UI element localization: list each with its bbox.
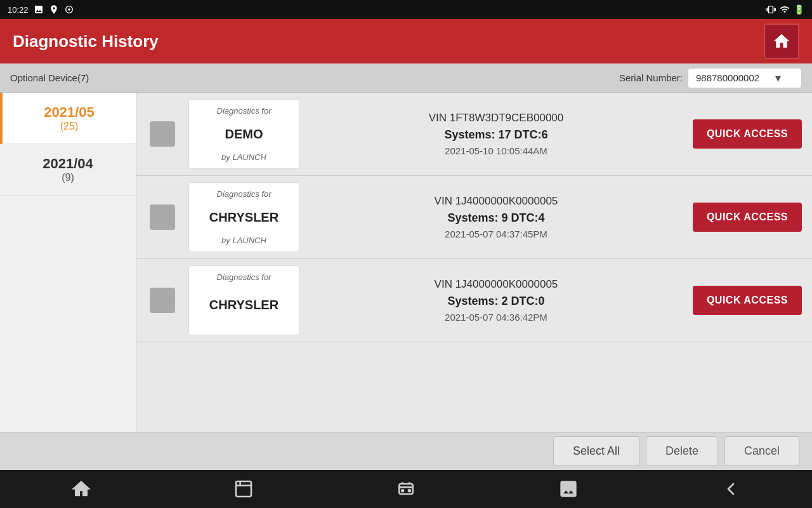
diag-card-0: Diagnostics for DEMO by LAUNCH <box>188 99 299 169</box>
page-title: Diagnostic History <box>13 32 159 51</box>
diag-by-1: by LAUNCH <box>221 236 266 245</box>
nav-gallery-icon <box>558 479 579 499</box>
sidebar-year-1: 2021/04 <box>10 156 126 172</box>
sidebar-item-2021-05[interactable]: 2021/05 (25) <box>0 93 136 144</box>
systems-1: Systems: 9 DTC:4 <box>447 211 544 225</box>
checkbox-0[interactable] <box>150 121 175 147</box>
nav-gallery[interactable] <box>546 474 591 504</box>
svg-rect-1 <box>236 481 251 497</box>
vin-2: VIN 1J4000000K0000005 <box>435 278 558 291</box>
chevron-down-icon: ▾ <box>775 71 781 85</box>
status-bar: 10:22 🔋 <box>0 0 812 19</box>
diag-card-2: Diagnostics for CHRYSLER <box>188 265 299 335</box>
table-row: Diagnostics for CHRYSLER by LAUNCH VIN 1… <box>136 176 812 259</box>
main-content: 2021/05 (25) 2021/04 (9) Diagnostics for… <box>0 93 812 432</box>
serial-value: 988780000002 <box>696 72 759 83</box>
nav-home[interactable] <box>58 474 104 504</box>
nfc-icon <box>64 4 74 15</box>
quick-access-button-0[interactable]: QUICK ACCESS <box>693 119 802 149</box>
diag-card-1: Diagnostics for CHRYSLER by LAUNCH <box>188 182 299 252</box>
record-info-1: VIN 1J4000000K0000005 Systems: 9 DTC:4 2… <box>310 195 683 239</box>
sidebar-count-0: (25) <box>13 121 126 132</box>
sidebar-year-0: 2021/05 <box>13 104 126 121</box>
date-1: 2021-05-07 04:37:45PM <box>445 229 547 239</box>
sidebar-item-2021-04[interactable]: 2021/04 (9) <box>0 144 136 196</box>
device-label: Optional Device(7) <box>10 72 89 83</box>
diag-name-0: DEMO <box>225 127 263 142</box>
records-list: Diagnostics for DEMO by LAUNCH VIN 1FT8W… <box>136 93 812 432</box>
serial-container: Serial Number: 988780000002 ▾ <box>619 68 802 88</box>
diag-for-label-1: Diagnostics for <box>217 189 272 199</box>
nav-back[interactable] <box>708 474 754 504</box>
table-row: Diagnostics for CHRYSLER VIN 1J4000000K0… <box>136 259 812 342</box>
wifi-icon <box>780 4 790 15</box>
serial-dropdown[interactable]: 988780000002 ▾ <box>688 68 802 88</box>
cancel-button[interactable]: Cancel <box>724 436 799 466</box>
table-row: Diagnostics for DEMO by LAUNCH VIN 1FT8W… <box>136 93 812 176</box>
svg-rect-2 <box>399 484 412 494</box>
photo-icon <box>34 4 44 15</box>
systems-2: Systems: 2 DTC:0 <box>447 295 544 308</box>
header: Diagnostic History <box>0 19 812 64</box>
nav-files-icon <box>233 479 254 499</box>
nav-back-icon <box>721 479 741 499</box>
bottom-nav <box>0 470 812 508</box>
systems-0: Systems: 17 DTC:6 <box>444 128 547 142</box>
diag-for-label-0: Diagnostics for <box>217 106 272 116</box>
checkbox-1[interactable] <box>150 204 175 230</box>
battery-icon: 🔋 <box>794 4 804 15</box>
quick-access-button-1[interactable]: QUICK ACCESS <box>693 203 802 232</box>
status-time: 10:22 <box>8 5 29 15</box>
home-button[interactable] <box>764 23 799 59</box>
diag-name-2: CHRYSLER <box>209 298 278 312</box>
delete-button[interactable]: Delete <box>646 436 718 466</box>
sub-header: Optional Device(7) Serial Number: 988780… <box>0 64 812 93</box>
checkbox-2[interactable] <box>150 288 175 313</box>
nav-files[interactable] <box>221 474 266 504</box>
quick-access-button-2[interactable]: QUICK ACCESS <box>693 286 802 315</box>
select-all-button[interactable]: Select All <box>553 436 639 466</box>
nav-home-icon <box>71 479 91 499</box>
status-right: 🔋 <box>766 4 804 15</box>
nav-vci-icon <box>396 479 416 499</box>
action-bar: Select All Delete Cancel <box>0 432 812 470</box>
home-icon <box>772 32 791 51</box>
date-2: 2021-05-07 04:36:42PM <box>445 312 547 323</box>
diag-for-label-2: Diagnostics for <box>217 272 272 282</box>
checkbox-area-2 <box>147 288 178 313</box>
checkbox-area-0 <box>147 121 178 147</box>
svg-point-4 <box>409 490 410 491</box>
date-0: 2021-05-10 10:05:44AM <box>445 145 547 156</box>
nav-vci[interactable] <box>383 474 429 504</box>
location-icon <box>49 4 59 15</box>
diag-by-0: by LAUNCH <box>221 152 266 162</box>
sidebar: 2021/05 (25) 2021/04 (9) <box>0 93 136 432</box>
sidebar-count-1: (9) <box>10 172 126 184</box>
status-left: 10:22 <box>8 4 74 15</box>
record-info-0: VIN 1FT8W3DT9CEB00000 Systems: 17 DTC:6 … <box>310 112 683 156</box>
svg-point-3 <box>402 490 403 491</box>
vin-0: VIN 1FT8W3DT9CEB00000 <box>429 112 564 124</box>
vibrate-icon <box>766 4 776 15</box>
checkbox-area-1 <box>147 204 178 230</box>
vin-1: VIN 1J4000000K0000005 <box>435 195 558 208</box>
diag-name-1: CHRYSLER <box>209 210 278 225</box>
record-info-2: VIN 1J4000000K0000005 Systems: 2 DTC:0 2… <box>310 278 683 323</box>
serial-label: Serial Number: <box>619 72 683 83</box>
